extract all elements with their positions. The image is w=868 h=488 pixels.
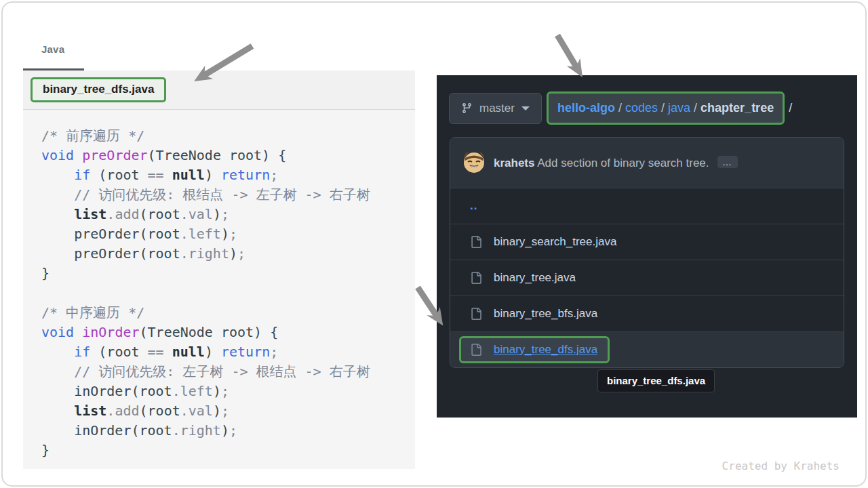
tab-active-indicator: [23, 68, 84, 70]
branch-name: master: [479, 102, 515, 115]
file-row[interactable]: binary_tree.java: [450, 260, 844, 296]
breadcrumb-trailing-slash: /: [789, 101, 792, 115]
code-title-bar: binary_tree_dfs.java: [23, 70, 415, 110]
file-link[interactable]: binary_tree_bfs.java: [494, 307, 597, 321]
code-line: list.add(root.val);: [41, 205, 408, 224]
file-row[interactable]: binary_tree_bfs.java: [450, 296, 844, 331]
code-line: inOrder(root.right);: [41, 421, 408, 441]
code-doc-panel: Java binary_tree_dfs.java /* 前序遍历 */void…: [23, 40, 415, 469]
parent-directory-link[interactable]: ..: [470, 199, 477, 213]
file-browser-table: krahets Add section of binary search tre…: [450, 137, 844, 368]
github-panel: master hello-algo / codes / java / chapt…: [437, 75, 857, 418]
code-line: /* 前序遍历 */: [41, 126, 408, 146]
tab-java[interactable]: Java: [41, 43, 64, 55]
file-tooltip: binary_tree_dfs.java: [597, 369, 715, 392]
avatar[interactable]: [464, 152, 484, 173]
code-line: /* 中序遍历 */: [41, 303, 408, 323]
code-block: /* 前序遍历 */void preOrder(TreeNode root) {…: [23, 110, 415, 469]
code-line: if (root == null) return;: [41, 165, 408, 185]
chevron-down-icon: [521, 106, 530, 110]
file-icon: [470, 308, 482, 320]
code-line: preOrder(root.left);: [41, 224, 408, 244]
github-toolbar: master hello-algo / codes / java / chapt…: [449, 92, 792, 125]
commit-ellipsis-button[interactable]: …: [717, 156, 738, 168]
code-blank-line: [41, 283, 408, 303]
arrow-to-breadcrumb: [557, 35, 578, 70]
filename-highlight-box: binary_tree_dfs.java: [31, 77, 166, 102]
commit-message: krahets Add section of binary search tre…: [494, 156, 738, 170]
code-line: preOrder(root.right);: [41, 244, 408, 264]
page: Java binary_tree_dfs.java /* 前序遍历 */void…: [1, 1, 867, 487]
code-line: if (root == null) return;: [41, 342, 408, 362]
breadcrumb-separator: /: [690, 101, 701, 115]
commit-message-text[interactable]: Add section of binary search tree.: [537, 157, 709, 169]
file-link[interactable]: binary_search_tree.java: [494, 235, 616, 249]
file-link[interactable]: binary_tree_dfs.java: [494, 343, 597, 357]
file-row[interactable]: binary_search_tree.java: [450, 224, 844, 260]
arrow-to-file-row: [418, 287, 439, 319]
code-line: void inOrder(TreeNode root) {: [41, 323, 408, 342]
breadcrumb-separator: /: [615, 101, 625, 115]
code-line: }: [41, 441, 408, 460]
credit-text: Created by Krahets: [722, 460, 840, 472]
code-line: void preOrder(TreeNode root) {: [41, 146, 408, 165]
breadcrumb-chapter_tree: chapter_tree: [701, 101, 774, 115]
breadcrumb-codes[interactable]: codes: [625, 101, 658, 115]
file-highlight-box: binary_tree_dfs.java: [459, 336, 610, 363]
code-line: }: [41, 264, 408, 283]
code-line: list.add(root.val);: [41, 401, 408, 421]
file-icon: [470, 236, 482, 248]
parent-directory-row[interactable]: ..: [450, 188, 844, 224]
language-tabs: Java: [23, 40, 415, 70]
code-line: inOrder(root.left);: [41, 382, 408, 401]
breadcrumb: hello-algo / codes / java / chapter_tree: [547, 92, 785, 125]
git-branch-icon: [461, 102, 473, 114]
breadcrumb-java[interactable]: java: [668, 101, 690, 115]
code-line: // 访问优先级: 左子树 -> 根结点 -> 右子树: [41, 362, 408, 382]
file-icon: [470, 272, 482, 284]
file-icon: [470, 344, 482, 356]
file-row[interactable]: binary_tree_dfs.java: [450, 331, 844, 367]
breadcrumb-separator: /: [658, 101, 668, 115]
file-link[interactable]: binary_tree.java: [494, 271, 576, 285]
branch-selector-button[interactable]: master: [449, 93, 542, 124]
breadcrumb-hello-algo[interactable]: hello-algo: [557, 101, 615, 115]
commit-author[interactable]: krahets: [494, 157, 534, 169]
code-filename: binary_tree_dfs.java: [43, 83, 154, 96]
latest-commit-row: krahets Add section of binary search tre…: [450, 138, 844, 188]
code-line: // 访问优先级: 根结点 -> 左子树 -> 右子树: [41, 185, 408, 205]
